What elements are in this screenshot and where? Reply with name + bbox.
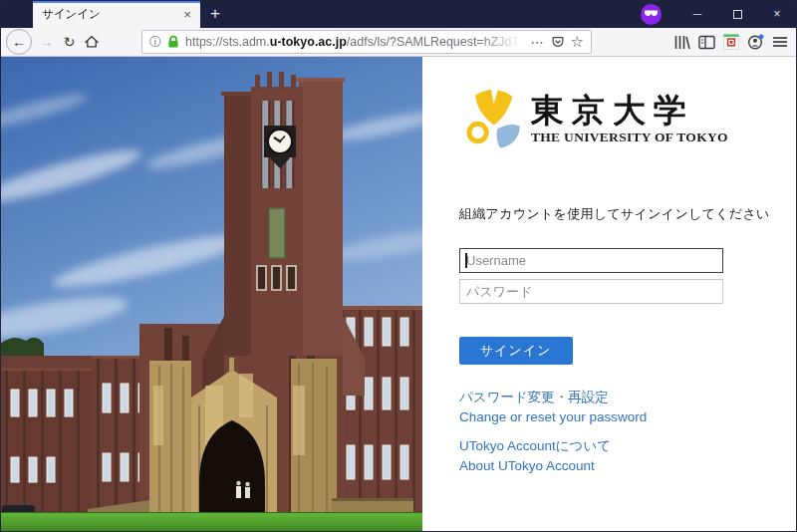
pocket-icon[interactable] (551, 35, 565, 49)
url-bar[interactable]: ⓘ https://sts.adm. u-tokyo.ac.jp /adfs/l… (141, 30, 592, 54)
password-change-link-en[interactable]: Change or reset your password (459, 407, 797, 427)
signin-panel: 東京大学 THE UNIVERSITY OF TOKYO 組織アカウントを使用し… (422, 57, 797, 532)
page-content: 東京大学 THE UNIVERSITY OF TOKYO 組織アカウントを使用し… (0, 57, 797, 532)
new-tab-button[interactable]: + (200, 1, 230, 27)
lock-icon (167, 35, 179, 49)
logo-text: 東京大学 THE UNIVERSITY OF TOKYO (531, 94, 728, 146)
ginkgo-logo-icon (459, 87, 521, 152)
signin-button[interactable]: サインイン (459, 337, 573, 365)
private-mask-icon (645, 10, 658, 18)
forward-button[interactable]: → (35, 34, 58, 50)
page-actions-button[interactable]: ⋯ (531, 35, 545, 50)
reload-button[interactable]: ↻ (58, 34, 81, 50)
password-input[interactable] (459, 279, 723, 304)
url-text: https://sts.adm. u-tokyo.ac.jp /adfs/ls/… (185, 35, 525, 49)
back-button[interactable]: ← (6, 29, 32, 55)
home-button[interactable] (81, 35, 103, 49)
browser-tab[interactable]: サインイン × (33, 1, 200, 28)
username-input[interactable] (459, 248, 723, 273)
url-domain: u-tokyo.ac.jp (270, 35, 347, 49)
about-account-link-en[interactable]: About UTokyo Account (459, 456, 797, 476)
titlebar-drag-area (230, 0, 641, 28)
logo-english: THE UNIVERSITY OF TOKYO (531, 130, 728, 145)
account-icon[interactable] (747, 34, 764, 50)
yasuda-auditorium-photo (0, 57, 422, 532)
tab-close-icon[interactable]: × (181, 7, 193, 22)
home-icon (85, 35, 99, 49)
tab-title: サインイン (40, 7, 181, 22)
maximize-icon (733, 10, 742, 19)
credential-fields (459, 248, 723, 304)
menu-icon[interactable] (772, 35, 788, 49)
browser-window: サインイン × + ─ × ← → ↻ ⓘ (0, 0, 797, 532)
maximize-button[interactable] (717, 0, 757, 28)
signin-instruction: 組織アカウントを使用してサインインしてください (459, 205, 797, 223)
sidebar-icon[interactable] (698, 35, 715, 50)
url-path: /adfs/ls/?SAMLRequest=hZJdT4MwFIb9 (347, 35, 525, 49)
about-account-link-jp[interactable]: UTokyo Accountについて (459, 436, 797, 456)
logo-kanji: 東京大学 (531, 94, 728, 129)
helper-links: パスワード変更・再設定 Change or reset your passwor… (459, 388, 797, 475)
url-scheme: https://sts.adm. (185, 35, 270, 49)
password-change-link-jp[interactable]: パスワード変更・再設定 (459, 388, 797, 407)
minimize-button[interactable]: ─ (677, 0, 717, 28)
text-caret (465, 253, 467, 268)
library-icon[interactable] (673, 35, 690, 50)
site-info-icon[interactable]: ⓘ (149, 34, 161, 51)
navigation-toolbar: ← → ↻ ⓘ https://sts.adm. u-tokyo.ac.jp /… (0, 28, 797, 57)
active-tab-accent (33, 1, 200, 3)
utokyo-logo: 東京大学 THE UNIVERSITY OF TOKYO (459, 87, 797, 152)
toolbar-icons (673, 34, 791, 50)
extension-icon[interactable] (723, 34, 739, 50)
titlebar: サインイン × + ─ × (0, 0, 797, 28)
private-browsing-badge (641, 4, 662, 25)
close-button[interactable]: × (757, 0, 797, 28)
bookmark-star-icon[interactable]: ☆ (571, 33, 584, 51)
